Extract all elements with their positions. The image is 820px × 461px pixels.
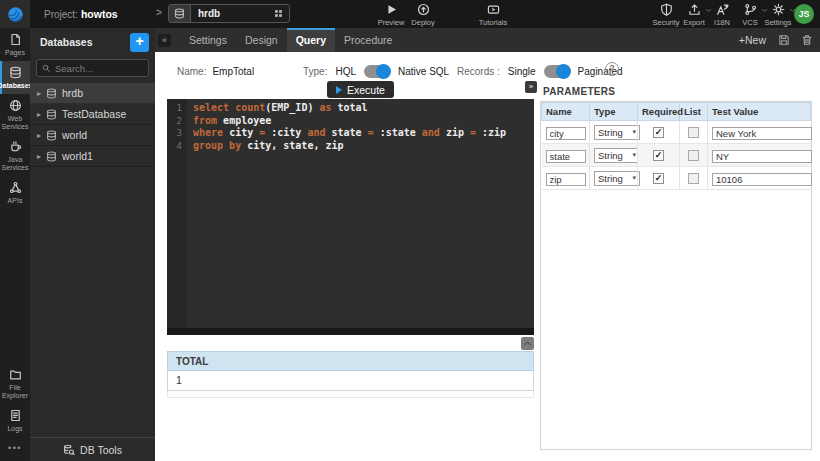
topbar-action-settings[interactable]: Settings (764, 3, 792, 27)
caret-right-icon[interactable]: ▸ (37, 131, 41, 140)
folder-icon (9, 368, 22, 381)
topbar-action-tutorials[interactable]: Tutorials (477, 3, 509, 27)
app-logo[interactable] (0, 0, 30, 28)
caret-right-icon[interactable]: ▸ (37, 110, 41, 119)
sql-editor[interactable]: 1select count(EMP_ID) as total2from empl… (167, 99, 534, 335)
page-icon (9, 33, 22, 46)
user-avatar[interactable]: JS (794, 4, 814, 24)
select-arrow-icon: ▾ (632, 174, 636, 182)
expand-parameters-button[interactable]: » (525, 81, 537, 93)
db-item-testdatabase[interactable]: ▸TestDatabase (30, 104, 155, 125)
export-icon (688, 3, 701, 16)
parameters-title: PARAMETERS (543, 86, 615, 97)
type-option-native-sql[interactable]: Native SQL (398, 66, 449, 77)
translate-icon (716, 3, 729, 16)
name-value[interactable]: EmpTotal (212, 66, 254, 77)
databases-panel-title: Databases (40, 36, 93, 48)
sidebar-item-apis[interactable]: APIs (0, 176, 30, 209)
param-test-value-input[interactable] (712, 173, 812, 186)
collapse-results-button[interactable] (521, 337, 534, 350)
database-icon (46, 130, 57, 141)
param-required-checkbox[interactable]: ✓ (653, 173, 664, 184)
param-name-input[interactable] (546, 150, 586, 163)
save-icon[interactable] (778, 34, 790, 46)
type-option-hql[interactable]: HQL (335, 66, 356, 77)
param-col-name: Name (542, 103, 590, 121)
sidebar-item-java-services[interactable]: Java Services (0, 135, 30, 176)
topbar-action-deploy[interactable]: Deploy (407, 3, 439, 27)
type-toggle[interactable] (364, 65, 390, 78)
topbar-action-security[interactable]: Security (652, 3, 680, 27)
topbar-action-vcs[interactable]: VCS (736, 3, 764, 27)
param-list-checkbox[interactable] (688, 173, 699, 184)
tab-design[interactable]: Design (236, 28, 287, 52)
toggle-knob (376, 64, 391, 79)
param-col-list: List (680, 103, 708, 121)
topbar-left-actions: PreviewDeployTutorials (375, 3, 509, 27)
param-type-select[interactable]: String▾ (594, 171, 640, 186)
sidebar-item-logs[interactable]: Logs (0, 404, 30, 437)
sidebar-item-label: Pages (5, 49, 25, 57)
line-number: 1 (167, 102, 187, 115)
param-type-value: String (598, 127, 623, 138)
db-item-hrdb[interactable]: ▸hrdb (30, 83, 155, 104)
topbar-action-export[interactable]: Export (680, 3, 708, 27)
param-type-select[interactable]: String▾ (594, 125, 640, 140)
log-icon (9, 409, 22, 422)
trash-icon[interactable] (801, 34, 813, 46)
param-name-input[interactable] (546, 173, 586, 186)
query-type-group: Type: HQL Native SQL (303, 64, 449, 78)
sidebar-item-file-explorer[interactable]: File Explorer (0, 363, 30, 404)
search-input[interactable] (55, 63, 143, 74)
param-test-value-input[interactable] (712, 127, 812, 140)
coffee-icon (9, 140, 22, 153)
topbar-action-label: Deploy (411, 18, 434, 27)
db-tools-icon (63, 444, 75, 456)
shield-icon (660, 3, 673, 16)
query-content: Name: EmpTotal Type: HQL Native SQL Reco… (155, 52, 820, 461)
param-name-input[interactable] (546, 127, 586, 140)
param-required-checkbox[interactable]: ✓ (653, 127, 664, 138)
more-options-button[interactable]: ••• (0, 437, 30, 461)
param-col-type: Type (590, 103, 638, 121)
top-bar: Project:howtos > hrdb PreviewDeployTutor… (0, 0, 820, 28)
add-database-button[interactable]: + (130, 33, 149, 52)
execute-label: Execute (347, 84, 385, 96)
sidebar-item-pages[interactable]: Pages (0, 28, 30, 61)
db-tools-label: DB Tools (80, 444, 122, 456)
db-item-world1[interactable]: ▸world1 (30, 146, 155, 167)
param-list-checkbox[interactable] (688, 127, 699, 138)
records-option-single[interactable]: Single (508, 66, 536, 77)
param-list-checkbox[interactable] (688, 150, 699, 161)
database-icon (46, 109, 57, 120)
param-test-value-input[interactable] (712, 150, 812, 163)
records-label: Records : (457, 66, 500, 77)
tab-settings[interactable]: Settings (180, 28, 236, 52)
records-toggle[interactable] (544, 65, 570, 78)
tab-procedure[interactable]: Procedure (335, 28, 401, 52)
sidebar-item-label: APIs (8, 197, 23, 205)
db-tools-button[interactable]: DB Tools (30, 437, 155, 461)
param-required-checkbox[interactable]: ✓ (653, 150, 664, 161)
database-icon (46, 88, 57, 99)
help-icon[interactable]: ? (605, 62, 619, 76)
databases-panel-header: Databases + (30, 28, 155, 56)
sidebar-item-web-services[interactable]: Web Services (0, 94, 30, 135)
topbar-action-preview[interactable]: Preview (375, 3, 407, 27)
code-text: group by city, state, zip (187, 140, 344, 153)
new-query-button[interactable]: +New (739, 34, 766, 46)
param-type-select[interactable]: String▾ (594, 148, 640, 163)
topbar-action-i18n[interactable]: I18N (708, 3, 736, 27)
caret-right-icon[interactable]: ▸ (37, 152, 41, 161)
topbar-action-label: Settings (764, 18, 791, 27)
db-item-world[interactable]: ▸world (30, 125, 155, 146)
database-search-box[interactable] (36, 59, 149, 77)
sidebar-item-databases[interactable]: Databases (0, 61, 30, 94)
database-icon (174, 8, 185, 19)
grid-icon[interactable] (274, 9, 283, 18)
caret-right-icon[interactable]: ▸ (37, 89, 41, 98)
collapse-panel-button[interactable]: « (158, 34, 171, 47)
execute-button[interactable]: Execute (327, 81, 394, 98)
tab-query[interactable]: Query (287, 28, 335, 52)
database-selector[interactable]: hrdb (168, 4, 290, 23)
